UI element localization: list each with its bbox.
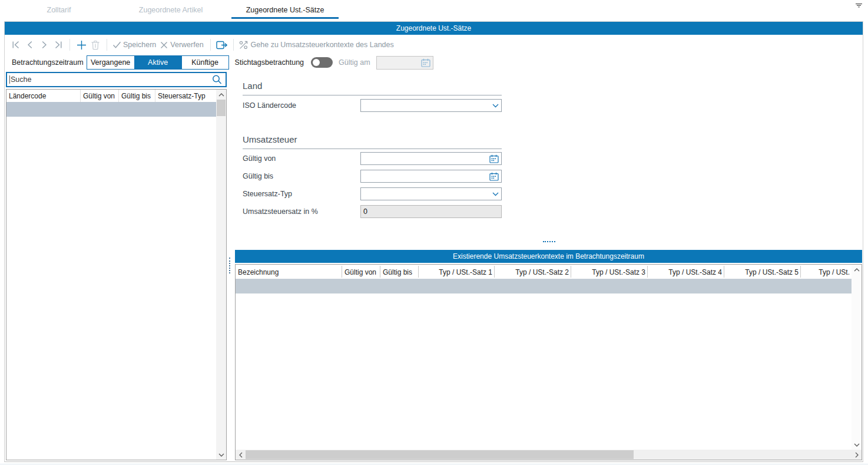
bottom-divider (0, 464, 868, 464)
column-header[interactable]: Typ / USt.-Satz 3 (571, 266, 648, 278)
add-button[interactable] (74, 38, 88, 52)
chevron-down-icon[interactable] (492, 192, 499, 196)
column-header[interactable]: Bezeichnung (236, 266, 342, 278)
horizontal-splitter-grip[interactable] (543, 241, 555, 242)
scroll-down-icon[interactable] (216, 450, 226, 460)
column-header[interactable]: Gültig von (81, 90, 119, 102)
countries-table-header: Ländercode Gültig von Gültig bis Steuers… (6, 90, 216, 102)
main-panel: Zugeordnete Ust.-Sätze (4, 21, 863, 462)
section-title-umsatzsteuer: Umsatzsteuer (243, 134, 297, 144)
goto-context-icon[interactable] (238, 38, 250, 52)
countries-table-vscrollbar[interactable] (216, 90, 226, 460)
toolbar-separator (210, 39, 211, 51)
search-input[interactable]: Suche (6, 72, 227, 87)
period-segmented-control: Vergangene Aktive Künftige (87, 55, 229, 70)
first-record-button[interactable] (9, 38, 23, 52)
toolbar-separator (69, 39, 70, 51)
column-header[interactable]: Gültig von (342, 266, 380, 278)
calendar-icon[interactable] (489, 172, 499, 181)
goto-context-button[interactable]: Gehe zu Umsatzsteuerkontexte des Landes (251, 41, 394, 49)
column-header[interactable]: Typ / USt.-Satz 1 (419, 266, 495, 278)
contexts-table-header: Bezeichnung Gültig von Gültig bis Typ / … (236, 266, 852, 278)
gueltig-von-label: Gültig von (243, 154, 276, 163)
column-header[interactable]: Typ / USt.-Satz 4 (648, 266, 724, 278)
column-header[interactable]: Typ / USt.-Satz 2 (495, 266, 571, 278)
gueltig-von-date-input[interactable] (360, 152, 502, 165)
column-header[interactable]: Typ / USt.-Satz 5 (724, 266, 801, 278)
save-button[interactable]: Speichern (123, 41, 156, 49)
scrollbar-thumb[interactable] (217, 100, 226, 116)
column-header[interactable]: Typ / USt. (801, 266, 852, 278)
discard-icon[interactable] (158, 38, 169, 52)
scroll-up-icon[interactable] (216, 90, 226, 100)
panel-title: Zugeordnete Ust.-Sätze (5, 22, 863, 35)
calendar-icon[interactable] (489, 154, 499, 163)
umsatzsteuersatz-input: 0 (360, 205, 502, 218)
contexts-table-vscrollbar[interactable] (852, 265, 862, 450)
next-record-button[interactable] (37, 38, 51, 52)
section-divider (243, 149, 502, 149)
gueltig-bis-date-input[interactable] (360, 170, 502, 183)
column-header[interactable]: Steuersatz-Typ (155, 90, 216, 102)
contexts-table: Bezeichnung Gültig von Gültig bis Typ / … (235, 264, 862, 460)
umsatzsteuersatz-label: Umsatzsteuersatz in % (243, 207, 318, 216)
last-record-button[interactable] (51, 38, 65, 52)
scroll-right-icon[interactable] (852, 450, 862, 460)
segment-vergangene[interactable]: Vergangene (87, 56, 134, 69)
screen: Zolltarif Zugeordnete Artikel Zugeordnet… (0, 0, 868, 465)
countries-table: Ländercode Gültig von Gültig bis Steuers… (6, 89, 227, 460)
save-icon[interactable] (111, 38, 122, 52)
column-header[interactable]: Gültig bis (380, 266, 419, 278)
toolbar-separator (233, 39, 234, 51)
stichtag-toggle[interactable] (311, 57, 333, 68)
delete-button[interactable] (88, 38, 102, 52)
search-placeholder: Suche (9, 75, 31, 84)
period-label: Betrachtungszeitraum (12, 58, 84, 67)
tab-bar: Zolltarif Zugeordnete Artikel Zugeordnet… (0, 0, 868, 21)
steuersatz-typ-combobox[interactable] (360, 187, 502, 200)
valid-at-label: Gültig am (339, 58, 370, 67)
vertical-splitter-grip[interactable] (229, 258, 230, 273)
segment-aktive[interactable]: Aktive (134, 56, 181, 69)
scroll-up-icon[interactable] (852, 265, 862, 275)
scroll-down-icon[interactable] (852, 440, 862, 450)
iso-laendercode-label: ISO Ländercode (243, 101, 296, 110)
toolbar: Speichern Verwerfen Gehe zu Umsatzsteuer… (5, 35, 863, 55)
column-header[interactable]: Gültig bis (119, 90, 155, 102)
column-header[interactable]: Ländercode (6, 90, 81, 102)
section-divider (243, 95, 502, 95)
input-value: 0 (363, 207, 367, 216)
stichtag-label: Stichtagsbetrachtung (235, 58, 304, 67)
section-title-land: Land (243, 81, 262, 91)
filter-row: Betrachtungszeitraum Vergangene Aktive K… (5, 55, 863, 70)
chevron-down-icon[interactable] (492, 104, 499, 108)
search-icon[interactable] (211, 74, 223, 85)
valid-at-date-input[interactable] (376, 56, 433, 70)
table-row-selected[interactable] (6, 102, 216, 117)
toggle-knob (313, 59, 320, 66)
calendar-icon[interactable] (421, 58, 430, 67)
gueltig-bis-label: Gültig bis (243, 172, 273, 180)
contexts-table-hscrollbar[interactable] (236, 450, 862, 460)
steuersatz-typ-label: Steuersatz-Typ (243, 190, 292, 198)
segment-kuenftige[interactable]: Künftige (181, 56, 228, 69)
tab-zugeordnete-artikel[interactable]: Zugeordnete Artikel (124, 5, 218, 17)
collapse-icon[interactable] (855, 3, 863, 8)
toolbar-separator (107, 39, 107, 51)
assign-context-button[interactable] (215, 38, 229, 52)
bottom-section-title: Existierende Umsatzsteuerkontexte im Bet… (235, 250, 862, 263)
iso-laendercode-combobox[interactable] (360, 99, 502, 112)
scrollbar-thumb[interactable] (246, 450, 634, 459)
previous-record-button[interactable] (23, 38, 37, 52)
tab-zolltarif[interactable]: Zolltarif (32, 5, 85, 17)
discard-button[interactable]: Verwerfen (170, 41, 203, 49)
tab-zugeordnete-ust-saetze[interactable]: Zugeordnete Ust.-Sätze (231, 5, 339, 17)
table-row-selected[interactable] (236, 279, 852, 293)
scroll-left-icon[interactable] (236, 450, 246, 460)
